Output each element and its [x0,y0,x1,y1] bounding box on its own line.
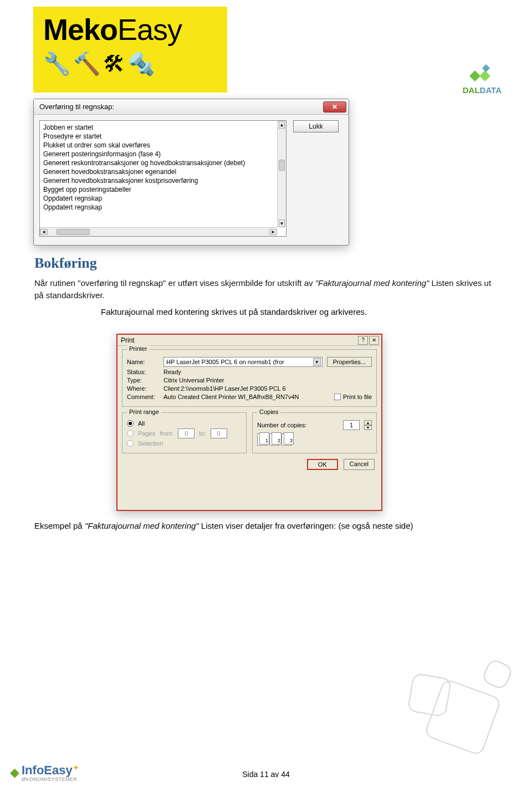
log-line: Generert reskontrotransaksjoner og hoved… [43,159,283,167]
paragraph: Når rutinen "overføring til regnskap" er… [34,277,498,302]
mekoeasy-tools-icons: 🔧🔨🛠🔩 [43,51,217,77]
log-line: Oppdatert regnskap [43,203,283,212]
cancel-button[interactable]: Cancel [344,459,375,470]
scroll-up-icon[interactable]: ▲ [279,121,285,129]
from-input[interactable]: 0 [178,428,195,438]
scroll-handle[interactable] [279,160,285,171]
printer-name-value: HP LaserJet P3005 PCL 6 on normsb1 (fror [166,359,284,365]
checkbox-icon[interactable] [334,394,341,400]
comment-label: Comment: [127,394,159,400]
scroll-right-icon[interactable]: ► [269,229,277,235]
print-to-file-label: Print to file [343,394,372,400]
transfer-dialog-titlebar: Overføring til regnskap: ✕ [34,99,349,115]
print-dialog-title: Print [121,336,135,344]
log-line: Generert posteringsinformasjon (fase 4) [43,150,283,159]
from-label: from: [160,430,173,437]
printer-name-combo[interactable]: HP LaserJet P3005 PCL 6 on normsb1 (fror… [163,357,323,367]
log-line: Prosedyre er startet [43,132,283,141]
para-italic: "Fakturajournal med kontering" [315,278,429,288]
log-line: Generert hovedbokstransaksjoner kostpris… [43,176,283,185]
radio-icon[interactable] [127,440,134,447]
daldata-logo: DALDATA [463,67,502,95]
num-copies-input[interactable]: 1 [343,420,360,430]
caption-text: Eksempel på [34,521,85,530]
print-range-group: Print range All Pages from: 0 to: 0 Sele… [122,412,247,453]
caption-text: Listen viser detaljer fra overføringen: … [199,521,413,530]
log-line: Generert hovedbokstransaksjoner egenande… [43,167,283,176]
collate-page-icon: 11 [257,433,267,446]
help-icon[interactable]: ? [358,336,368,345]
mekoeasy-wordmark: MekoEasy [43,12,217,47]
radio-icon[interactable] [127,430,134,437]
daldata-cube-icon [471,67,493,83]
num-copies-label: Number of copies: [257,422,339,428]
group-label: Printer [127,345,149,352]
log-line: Oppdatert regnskap [43,194,283,203]
range-selection-radio[interactable]: Selection [127,440,242,447]
log-line: Bygget opp posteringstabeller [43,185,283,194]
scroll-left-icon[interactable]: ◄ [40,229,48,235]
name-label: Name: [127,359,159,365]
lukk-button[interactable]: Lukk [293,120,339,132]
copies-stepper[interactable]: ▲ ▼ [364,420,372,430]
status-value: Ready [163,369,181,375]
mekoeasy-logo: MekoEasy 🔧🔨🛠🔩 [33,7,227,93]
print-to-file-checkbox[interactable]: Print to file [334,394,372,400]
radio-icon[interactable] [127,420,134,427]
comment-value: Auto Created Client Printer WI_BAfhxB8_R… [163,394,330,400]
para-text: Når rutinen "overføring til regnskap" er… [34,278,315,288]
scroll-handle[interactable] [57,229,90,235]
properties-button[interactable]: Properties... [327,357,372,367]
type-value: Citrix Universal Printer [163,377,224,384]
log-line: Plukket ut ordrer som skal overføres [43,141,283,150]
to-input[interactable]: 0 [211,428,227,438]
range-pages-radio[interactable]: Pages from: 0 to: 0 [127,428,242,438]
caption-italic: "Fakturajournal med kontering" [85,521,199,530]
stepper-down-icon[interactable]: ▼ [364,425,372,430]
range-all-label: All [138,420,145,427]
daldata-dal: DAL [463,85,480,95]
print-dialog-titlebar: Print ? ✕ [117,335,381,346]
range-pages-label: Pages [138,430,155,437]
daldata-data: DATA [480,85,502,95]
transfer-dialog: Overføring til regnskap: ✕ Jobben er sta… [33,99,349,246]
close-icon[interactable]: ✕ [369,336,379,345]
section-heading: Bokføring [34,255,498,272]
document-content: Bokføring Når rutinen "overføring til re… [34,255,498,324]
print-dialog: Print ? ✕ Printer Name: HP LaserJet P300… [116,334,382,511]
meko-bold: Meko [43,13,117,46]
page-number: Sida 11 av 44 [0,770,532,779]
log-line: Jobben er startet [43,123,283,132]
stepper-up-icon[interactable]: ▲ [364,420,372,425]
meko-light: Easy [117,13,182,46]
transfer-dialog-title: Overføring til regnskap: [39,103,114,111]
paragraph: Fakturajournal med kontering skrives ut … [101,307,498,316]
chevron-down-icon[interactable]: ▼ [313,358,321,366]
status-label: Status: [127,369,159,375]
range-all-radio[interactable]: All [127,420,242,427]
where-label: Where: [127,385,159,392]
collate-page-icon: 33 [282,433,291,446]
horizontal-scrollbar[interactable]: ◄ ► [40,227,277,236]
close-icon[interactable]: ✕ [323,101,346,113]
ok-button[interactable]: OK [307,459,338,470]
range-selection-label: Selection [138,440,163,447]
to-label: to: [199,430,206,437]
type-label: Type: [127,377,159,384]
daldata-wordmark: DALDATA [463,85,502,95]
scroll-down-icon[interactable]: ▼ [279,219,285,227]
decorative-shapes [388,659,510,759]
group-label: Print range [127,408,161,415]
transfer-log-inner: Jobben er startet Prosedyre er startet P… [40,121,286,214]
transfer-log-list[interactable]: Jobben er startet Prosedyre er startet P… [39,120,287,237]
group-label: Copies [257,408,280,415]
printer-group: Printer Name: HP LaserJet P3005 PCL 6 on… [122,349,377,407]
caption-below-print: Eksempel på "Fakturajournal med konterin… [34,521,498,530]
collate-page-icon: 22 [269,433,279,446]
where-value: Client:2:\\normsb1\HP LaserJet P3005 PCL… [163,385,286,392]
collate-preview: 11 22 33 [257,433,372,446]
copies-group: Copies Number of copies: 1 ▲ ▼ 11 22 33 [252,412,377,453]
vertical-scrollbar[interactable]: ▲ ▼ [277,121,286,227]
